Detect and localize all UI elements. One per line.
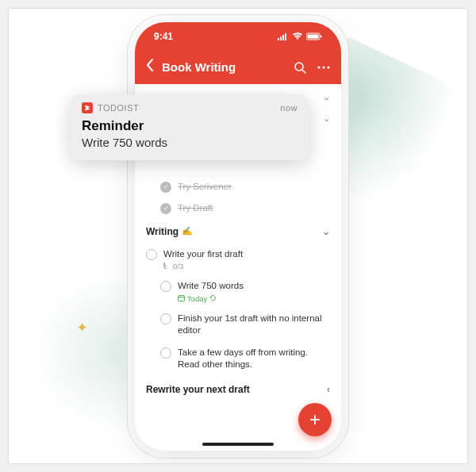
add-task-button[interactable]: + [298, 403, 332, 436]
checkbox-empty-icon[interactable] [160, 313, 171, 324]
task-row[interactable]: Try Scrivener [160, 176, 330, 198]
status-indicators [278, 33, 322, 40]
task-title: Finish your 1st draft with no internal e… [178, 313, 330, 337]
notification-title: Reminder [82, 118, 298, 134]
notification-header: TODOIST now [82, 102, 298, 113]
back-button[interactable] [146, 59, 154, 75]
nav-bar: Book Writing [135, 51, 341, 84]
signal-icon [278, 33, 289, 40]
svg-line-8 [302, 70, 305, 73]
wifi-icon [292, 33, 303, 40]
status-time: 9:41 [154, 31, 173, 42]
task-row[interactable]: Take a few days off from writing. Read o… [160, 342, 330, 376]
task-title: Take a few days off from writing. Read o… [178, 347, 330, 371]
task-row[interactable]: Write 750 words Today [160, 275, 330, 308]
svg-point-11 [327, 66, 329, 68]
task-title: Try Draft [178, 202, 330, 215]
writing-hand-icon: ✍️ [182, 226, 193, 236]
chevron-down-icon[interactable]: ⌄ [323, 113, 330, 124]
svg-rect-6 [321, 35, 322, 37]
plus-icon: + [309, 409, 321, 431]
nav-title: Book Writing [162, 60, 282, 74]
todoist-app-icon [82, 102, 93, 113]
notification-card[interactable]: TODOIST now Reminder Write 750 words [71, 94, 309, 160]
chevron-down-icon: ⌄ [322, 226, 330, 237]
calendar-icon [178, 294, 185, 303]
chevron-down-icon[interactable]: ⌄ [323, 92, 330, 102]
task-date: Today [178, 294, 330, 303]
subtask-icon [163, 262, 171, 271]
notification-body: Write 750 words [82, 136, 298, 149]
notification-time: now [280, 103, 298, 113]
collapsed-chevrons: ⌄ ⌄ [323, 92, 330, 124]
more-button[interactable] [317, 66, 330, 69]
battery-icon [306, 33, 322, 40]
section-label: Rewrite your next draft [146, 384, 250, 395]
chevron-left-icon: ‹ [327, 384, 330, 395]
task-title: Try Scrivener [178, 181, 330, 194]
task-row[interactable]: Try Draft [160, 198, 330, 220]
decorative-sparkle-icon: ✦ [76, 319, 88, 336]
section-label: Writing [146, 226, 178, 237]
home-indicator [202, 443, 274, 446]
svg-rect-12 [178, 295, 185, 301]
notification-app-name: TODOIST [98, 103, 139, 113]
checkbox-checked-icon[interactable] [160, 203, 171, 214]
task-row-first-draft[interactable]: Write your first draft 0/3 [146, 244, 330, 276]
search-button[interactable] [294, 61, 306, 74]
section-rewrite[interactable]: Rewrite your next draft ‹ [146, 376, 330, 403]
svg-point-10 [322, 66, 324, 68]
task-title: Write your first draft [163, 248, 330, 261]
checkbox-empty-icon[interactable] [146, 249, 157, 260]
status-bar: 9:41 [135, 22, 341, 51]
svg-rect-0 [278, 38, 279, 40]
phone-frame: 9:41 Book Writing [135, 22, 341, 451]
svg-point-9 [317, 66, 320, 68]
svg-rect-2 [282, 35, 284, 40]
section-header-writing[interactable]: Writing ✍️ ⌄ [146, 220, 330, 244]
checkbox-empty-icon[interactable] [160, 281, 171, 292]
svg-rect-1 [280, 36, 282, 40]
task-row[interactable]: Finish your 1st draft with no internal e… [160, 308, 330, 342]
svg-rect-3 [285, 33, 286, 40]
svg-rect-5 [308, 34, 319, 38]
checkbox-checked-icon[interactable] [160, 182, 171, 193]
subtask-count: 0/3 [163, 262, 330, 271]
checkbox-empty-icon[interactable] [160, 347, 171, 359]
task-title: Write 750 words [178, 280, 330, 293]
recurring-icon [209, 294, 217, 303]
